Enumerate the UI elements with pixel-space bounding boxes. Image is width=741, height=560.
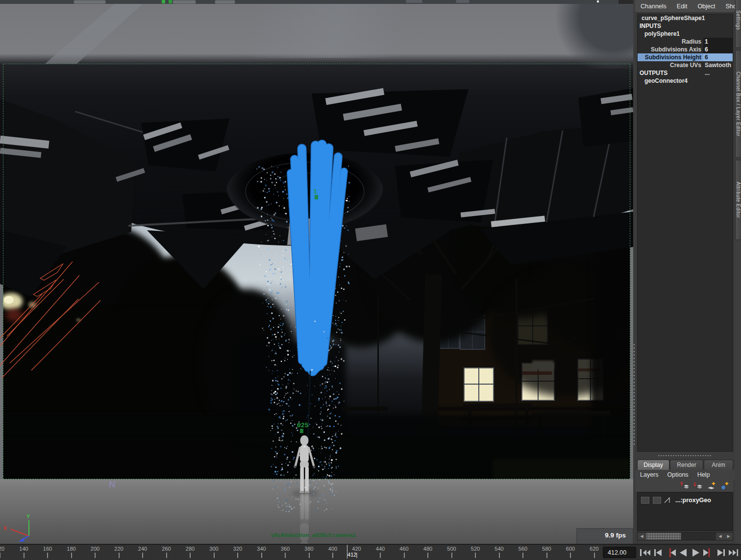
scrollbar-track[interactable]	[681, 533, 716, 540]
play-forwards-icon[interactable]	[690, 546, 702, 559]
go-to-end-icon[interactable]	[728, 546, 740, 559]
ruler-tick	[499, 553, 500, 558]
layer-row[interactable]: ...:proxyGeo	[638, 495, 733, 506]
fps-counter: 9.9 fps	[577, 532, 626, 539]
attribute-label[interactable]: Subdivisions Height	[638, 53, 703, 61]
ruler-tick-label: 360	[281, 546, 290, 552]
playback-controls	[638, 545, 741, 560]
menu-help[interactable]: Help	[697, 471, 710, 478]
attribute-value[interactable]: 1	[703, 38, 733, 46]
channel-box-object-name[interactable]: curve_pSphereShape1	[638, 14, 733, 22]
tab-tool-settings[interactable]: Settings	[735, 0, 741, 48]
attribute-value[interactable]: 6	[703, 53, 733, 61]
scroll-left2-icon[interactable]: ◀	[716, 533, 724, 540]
ruler-tick	[475, 553, 476, 558]
display-layer-list[interactable]: ...:proxyGeo	[637, 492, 733, 531]
layer-list-scrollbar[interactable]: ◀ ◀ ▶	[637, 532, 733, 540]
perspective-viewport[interactable]: Y X 1 625 N 9.9 fps ufoAbduction_a026cf:…	[0, 0, 633, 544]
axis-x-icon: X	[3, 525, 7, 531]
go-to-start-icon[interactable]	[639, 546, 651, 559]
channel-attribute-row[interactable]: Subdivisions Axis6	[638, 46, 733, 53]
step-forward-one-frame-icon[interactable]	[715, 546, 727, 559]
new-layer-from-selected-icon[interactable]	[719, 481, 730, 491]
ruler-tick-label: 220	[114, 546, 123, 552]
ruler-tick	[71, 553, 72, 558]
ruler-tick-label: 500	[447, 546, 456, 552]
channel-box-output-node[interactable]: geoConnector4	[638, 77, 733, 85]
ruler-tick	[427, 553, 428, 558]
menu-layers[interactable]: Layers	[640, 471, 659, 478]
particle-annotation-node[interactable]	[315, 195, 318, 199]
step-forward-one-key-icon[interactable]	[702, 546, 715, 559]
mannequin-figure[interactable]	[294, 436, 315, 493]
toolbar-button	[406, 0, 422, 3]
tab-channel-box-layer-editor[interactable]: Channel Box / Layer Editor	[735, 50, 741, 158]
menu-channels[interactable]: Channels	[641, 3, 667, 10]
channel-box-menubar: Channels Edit Object Show	[635, 0, 735, 13]
tab-display[interactable]: Display	[637, 460, 669, 470]
ruler-tick-label: 340	[257, 546, 266, 552]
scroll-left-icon[interactable]: ◀	[638, 533, 646, 540]
layer-name[interactable]: ...:proxyGeo	[675, 497, 711, 504]
attribute-label[interactable]: Radius	[638, 38, 703, 46]
ruler-tick-label: 240	[138, 546, 147, 552]
scroll-right-icon[interactable]: ▶	[724, 533, 733, 540]
toolbar-button	[456, 0, 469, 3]
step-back-one-frame-icon[interactable]	[652, 546, 664, 559]
channel-attribute-row[interactable]: Create UVsSawtooth ...	[638, 61, 733, 69]
move-layer-down-icon[interactable]	[693, 481, 704, 491]
current-time-marker[interactable]: 412	[347, 545, 347, 559]
channel-box[interactable]: curve_pSphereShape1 INPUTS polySphere1 R…	[637, 14, 733, 452]
time-slider-bar: 1201401601802002202402602803003203403603…	[0, 545, 741, 560]
step-back-one-key-icon[interactable]	[665, 546, 677, 559]
emitter-count-annotation: 625	[297, 421, 309, 429]
attribute-label[interactable]: Subdivisions Axis	[638, 46, 703, 53]
channel-box-input-node[interactable]: polySphere1	[638, 30, 733, 38]
toolbar-button	[215, 0, 235, 4]
ruler-tick-label: 380	[304, 546, 313, 552]
channel-box-inputs-heading: INPUTS	[638, 22, 733, 30]
ruler-tick	[237, 553, 238, 558]
right-sidebar-tab-strip: Settings Channel Box / Layer Editor Attr…	[735, 0, 741, 560]
play-backwards-icon[interactable]	[677, 546, 690, 559]
tab-anim[interactable]: Anim	[704, 460, 733, 470]
channel-box-outputs-heading: OUTPUTS	[638, 69, 733, 77]
ruler-tick	[332, 553, 333, 558]
ruler-tick-label: 420	[352, 546, 361, 552]
ruler-tick	[214, 553, 215, 558]
time-slider-ruler[interactable]: 1201401601802002202402602803003203403603…	[0, 545, 604, 560]
scrollbar-thumb[interactable]	[646, 533, 681, 540]
channel-attribute-row[interactable]: Radius1	[638, 38, 733, 46]
layer-display-type-icon[interactable]	[664, 497, 672, 504]
attribute-value[interactable]: 6	[703, 46, 733, 53]
channel-attribute-row[interactable]: Subdivisions Height6	[638, 53, 733, 61]
ruler-tick	[261, 553, 262, 558]
ruler-tick-label: 280	[186, 546, 195, 552]
menu-edit[interactable]: Edit	[677, 3, 688, 10]
emitter-node[interactable]	[300, 429, 303, 433]
move-layer-up-icon[interactable]	[680, 481, 691, 491]
layer-visibility-checkbox[interactable]	[641, 497, 649, 504]
toolbar-dot	[597, 0, 599, 2]
toolbar-green-swatch	[162, 0, 165, 3]
layer-playback-checkbox[interactable]	[653, 497, 661, 504]
menu-options[interactable]: Options	[667, 471, 689, 478]
menu-object[interactable]: Object	[697, 3, 715, 10]
tab-render[interactable]: Render	[670, 460, 703, 470]
ruler-tick	[522, 553, 523, 558]
pane-divider[interactable]	[635, 452, 735, 460]
current-frame-field[interactable]: 412.00	[603, 547, 636, 558]
new-empty-layer-icon[interactable]	[706, 481, 717, 491]
attribute-value[interactable]: Sawtooth ...	[703, 61, 733, 69]
view-axis-gizmo: Y X	[3, 513, 30, 542]
ruler-tick-label: 480	[423, 546, 432, 552]
ruler-tick	[404, 553, 405, 558]
tab-attribute-editor[interactable]: Attribute Editor	[735, 160, 741, 240]
figure-reflection	[300, 494, 309, 529]
attribute-label[interactable]: Create UVs	[638, 61, 703, 69]
panel-toolbar-clipped[interactable]	[0, 0, 633, 4]
ruler-tick-label: 460	[399, 546, 408, 552]
ruler-tick-label: 140	[19, 546, 28, 552]
ruler-tick	[451, 553, 452, 558]
selected-nurbs-curves	[0, 262, 100, 378]
